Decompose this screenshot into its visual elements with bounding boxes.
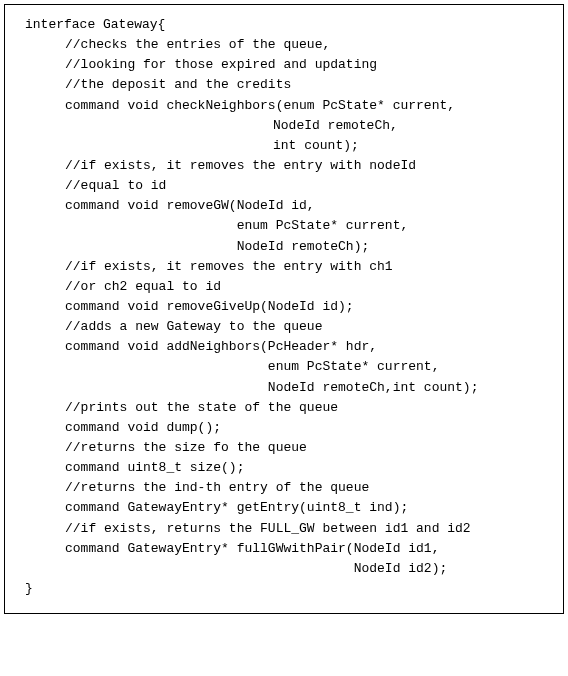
code-line: NodeId remoteCh,int count); — [17, 378, 551, 398]
code-line: //or ch2 equal to id — [17, 277, 551, 297]
code-line: command void checkNeighbors(enum PcState… — [17, 96, 551, 116]
code-line: //if exists, it removes the entry with c… — [17, 257, 551, 277]
code-line: //adds a new Gateway to the queue — [17, 317, 551, 337]
code-line: enum PcState* current, — [17, 357, 551, 377]
code-line: //if exists, it removes the entry with n… — [17, 156, 551, 176]
code-line: NodeId id2); — [17, 559, 551, 579]
code-line: int count); — [17, 136, 551, 156]
code-line: NodeId remoteCh); — [17, 237, 551, 257]
code-line: command uint8_t size(); — [17, 458, 551, 478]
code-line: //returns the ind-th entry of the queue — [17, 478, 551, 498]
code-line: command void dump(); — [17, 418, 551, 438]
code-line: //equal to id — [17, 176, 551, 196]
code-listing-container: interface Gateway{ //checks the entries … — [4, 4, 564, 614]
code-line: command void removeGiveUp(NodeId id); — [17, 297, 551, 317]
code-line: NodeId remoteCh, — [17, 116, 551, 136]
code-line: //returns the size fo the queue — [17, 438, 551, 458]
code-line: //looking for those expired and updating — [17, 55, 551, 75]
code-line: //the deposit and the credits — [17, 75, 551, 95]
code-line: enum PcState* current, — [17, 216, 551, 236]
code-line: } — [17, 579, 551, 599]
code-line: command GatewayEntry* fullGWwithPair(Nod… — [17, 539, 551, 559]
code-line: //checks the entries of the queue, — [17, 35, 551, 55]
code-line: command GatewayEntry* getEntry(uint8_t i… — [17, 498, 551, 518]
code-line: interface Gateway{ — [17, 15, 551, 35]
code-line: //if exists, returns the FULL_GW between… — [17, 519, 551, 539]
code-line: command void removeGW(NodeId id, — [17, 196, 551, 216]
code-line: command void addNeighbors(PcHeader* hdr, — [17, 337, 551, 357]
code-line: //prints out the state of the queue — [17, 398, 551, 418]
